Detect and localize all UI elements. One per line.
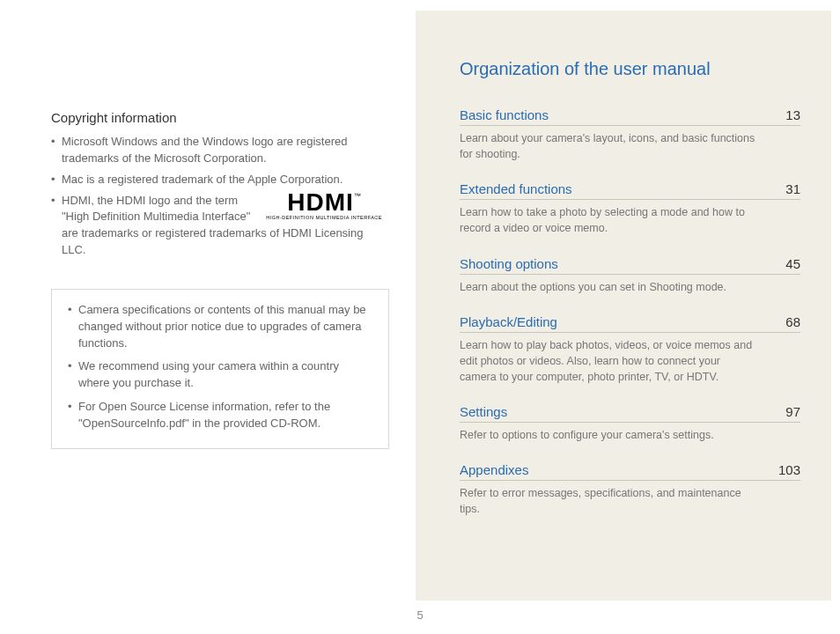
toc-link[interactable]: Extended functions bbox=[460, 181, 572, 196]
toc-page-number[interactable]: 68 bbox=[785, 314, 800, 329]
list-item: For Open Source License information, ref… bbox=[68, 399, 372, 432]
toc-page-number[interactable]: 31 bbox=[785, 181, 800, 196]
toc-description: Learn how to play back photos, videos, o… bbox=[460, 337, 759, 385]
organization-title: Organization of the user manual bbox=[460, 59, 800, 79]
toc-entry: Shooting options45Learn about the option… bbox=[460, 256, 800, 295]
list-item: We recommend using your camera within a … bbox=[68, 358, 372, 392]
toc-head: Extended functions31 bbox=[460, 181, 800, 200]
toc-entry: Basic functions13Learn about your camera… bbox=[460, 107, 800, 162]
toc-head: Settings97 bbox=[460, 404, 800, 423]
toc-head: Shooting options45 bbox=[460, 256, 800, 275]
copyright-heading: Copyright information bbox=[51, 110, 389, 125]
hdmi-subtext: HIGH-DEFINITION MULTIMEDIA INTERFACE bbox=[266, 215, 382, 222]
list-item: HDMI™ HIGH-DEFINITION MULTIMEDIA INTERFA… bbox=[51, 193, 389, 259]
toc-head: Basic functions13 bbox=[460, 107, 800, 126]
toc-page-number[interactable]: 97 bbox=[785, 404, 800, 419]
manual-page: Copyright information Microsoft Windows … bbox=[0, 0, 840, 634]
note-box: Camera specifications or contents of thi… bbox=[51, 289, 389, 449]
toc-head: Appendixes103 bbox=[460, 462, 800, 481]
hdmi-logo-text: HDMI bbox=[287, 188, 354, 216]
toc-page-number[interactable]: 103 bbox=[778, 462, 800, 477]
toc-description: Learn how to take a photo by selecting a… bbox=[460, 204, 759, 236]
left-column: Copyright information Microsoft Windows … bbox=[0, 0, 416, 634]
toc-entry: Appendixes103Refer to error messages, sp… bbox=[460, 462, 800, 517]
toc-page-number[interactable]: 45 bbox=[785, 256, 800, 271]
hdmi-logo-block: HDMI™ HIGH-DEFINITION MULTIMEDIA INTERFA… bbox=[266, 191, 382, 222]
toc-head: Playback/Editing68 bbox=[460, 314, 800, 333]
toc-description: Learn about the options you can set in S… bbox=[460, 279, 759, 295]
toc-entry: Playback/Editing68Learn how to play back… bbox=[460, 314, 800, 385]
toc-description: Refer to error messages, specifications,… bbox=[460, 485, 759, 517]
list-item: Camera specifications or contents of thi… bbox=[68, 302, 372, 352]
toc-link[interactable]: Shooting options bbox=[460, 256, 558, 271]
toc-link[interactable]: Playback/Editing bbox=[460, 314, 557, 329]
hdmi-logo-icon: HDMI™ bbox=[266, 191, 382, 213]
toc-description: Refer to options to configure your camer… bbox=[460, 427, 759, 443]
toc-entry: Extended functions31Learn how to take a … bbox=[460, 181, 800, 236]
right-column: Organization of the user manual Basic fu… bbox=[416, 11, 831, 601]
toc-link[interactable]: Basic functions bbox=[460, 107, 549, 122]
toc-link[interactable]: Settings bbox=[460, 404, 507, 419]
toc-entry: Settings97Refer to options to configure … bbox=[460, 404, 800, 443]
hdmi-tm: ™ bbox=[354, 192, 361, 200]
toc-page-number[interactable]: 13 bbox=[785, 107, 800, 122]
toc-list: Basic functions13Learn about your camera… bbox=[460, 107, 800, 517]
toc-link[interactable]: Appendixes bbox=[460, 462, 528, 477]
copyright-list: Microsoft Windows and the Windows logo a… bbox=[51, 134, 389, 259]
list-item: Mac is a registered trademark of the App… bbox=[51, 172, 389, 188]
page-number: 5 bbox=[416, 608, 423, 622]
toc-description: Learn about your camera's layout, icons,… bbox=[460, 130, 759, 162]
list-item: Microsoft Windows and the Windows logo a… bbox=[51, 134, 389, 167]
note-list: Camera specifications or contents of thi… bbox=[68, 302, 372, 432]
